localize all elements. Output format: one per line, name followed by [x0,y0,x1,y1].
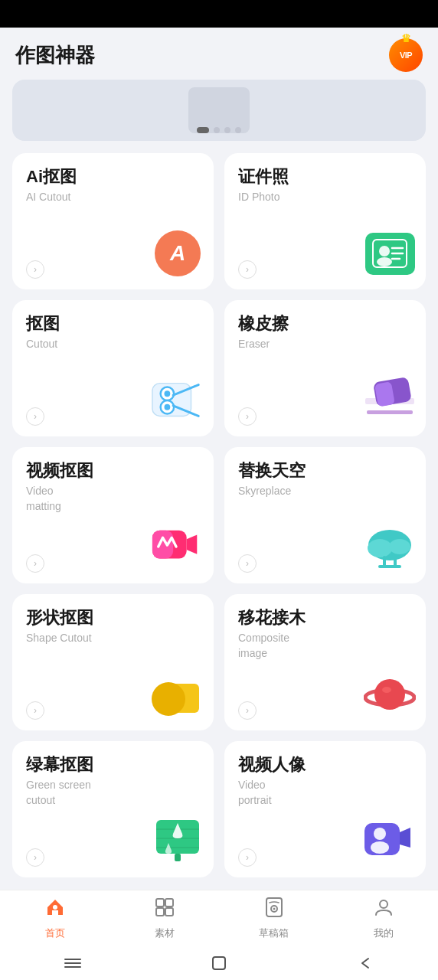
svg-point-11 [165,390,171,397]
card-green-screen-arrow[interactable]: › [26,848,44,867]
card-ai-cutout[interactable]: Ai抠图 AI Cutout › A [12,153,214,289]
nav-mine-label: 我的 [374,926,394,940]
card-id-photo-title-zh: 证件照 [238,167,413,187]
card-video-matting-title-en: Videomatting [26,484,201,514]
card-video-portrait-title-en: Videoportrait [238,778,413,808]
bottom-nav: 首页 素材 草稿箱 [0,890,438,946]
svg-rect-24 [378,565,401,568]
card-composite-arrow[interactable]: › [238,701,257,720]
svg-point-28 [374,679,405,710]
card-eraser[interactable]: 橡皮擦 Eraser › [224,300,426,436]
banner-graphic [188,87,250,133]
card-id-photo[interactable]: 证件照 ID Photo › [224,153,426,289]
card-composite[interactable]: 移花接木 Compositeimage › [224,594,426,730]
card-skyreplace-title-zh: 替换天空 [238,461,413,481]
app-title: 作图神器 [15,42,95,69]
home-icon [44,897,66,923]
svg-rect-39 [156,899,164,906]
svg-point-37 [371,841,389,854]
header: 作图神器 VIP [0,28,438,80]
card-ai-cutout-arrow[interactable]: › [26,260,44,279]
nav-materials[interactable]: 素材 [110,897,219,940]
mine-icon [373,897,394,923]
svg-point-20 [368,539,392,557]
home-system-button[interactable] [210,954,228,972]
svg-point-12 [165,404,171,410]
card-eraser-title-zh: 橡皮擦 [238,314,413,334]
nav-drafts-label: 草稿箱 [259,926,289,940]
dot-4 [235,127,241,133]
dot-2 [214,127,220,133]
skyreplace-icon [363,521,417,574]
svg-rect-42 [165,908,173,916]
id-photo-icon [363,227,417,280]
svg-point-38 [53,905,57,910]
svg-point-29 [382,687,391,693]
ai-cutout-icon-graphic: A [155,230,201,276]
svg-point-46 [380,900,387,908]
card-eraser-arrow[interactable]: › [238,407,257,426]
card-composite-title-zh: 移花接木 [238,608,413,628]
card-green-screen-text: 绿幕抠图 Green screencutout [26,755,201,808]
card-shape-cutout-title-zh: 形状抠图 [26,608,201,628]
card-video-matting-title-zh: 视频抠图 [26,461,201,481]
nav-drafts[interactable]: 草稿箱 [219,897,328,940]
menu-button[interactable] [64,954,82,972]
svg-rect-40 [165,899,173,906]
svg-rect-22 [383,556,386,567]
card-cutout-title-en: Cutout [26,337,201,351]
svg-point-26 [152,682,185,716]
nav-mine[interactable]: 我的 [328,897,438,940]
card-id-photo-text: 证件照 ID Photo [238,167,413,204]
nav-home[interactable]: 首页 [0,897,110,940]
feature-grid: Ai抠图 AI Cutout › A 证件照 ID Photo › [0,153,438,877]
card-cutout-arrow[interactable]: › [26,407,44,426]
card-video-matting[interactable]: 视频抠图 Videomatting › [12,447,214,583]
banner-dots [197,127,241,133]
shape-cutout-icon [151,668,204,721]
card-shape-cutout-title-en: Shape Cutout [26,631,201,645]
card-green-screen[interactable]: 绿幕抠图 Green screencutout › [12,741,214,877]
card-cutout-title-zh: 抠图 [26,314,201,334]
card-eraser-title-en: Eraser [238,337,413,351]
composite-icon [363,668,417,721]
system-bar [0,946,438,980]
card-video-portrait-title-zh: 视频人像 [238,755,413,775]
card-green-screen-title-zh: 绿幕抠图 [26,755,201,775]
nav-materials-label: 素材 [155,926,175,940]
card-shape-cutout-arrow[interactable]: › [26,701,44,720]
card-eraser-text: 橡皮擦 Eraser [238,314,413,351]
card-video-matting-text: 视频抠图 Videomatting [26,461,201,514]
svg-rect-34 [175,854,181,861]
card-video-matting-arrow[interactable]: › [26,554,44,573]
dot-1 [197,127,209,133]
video-matting-icon [151,521,204,574]
dot-3 [224,127,230,133]
svg-rect-18 [152,531,173,559]
svg-rect-50 [213,957,225,969]
card-id-photo-title-en: ID Photo [238,190,413,204]
card-cutout[interactable]: 抠图 Cutout › [12,300,214,436]
banner [12,80,426,141]
id-photo-icon-graphic [365,233,415,275]
back-button[interactable] [356,954,374,972]
nav-home-label: 首页 [45,926,65,940]
svg-point-2 [377,257,392,266]
card-skyreplace[interactable]: 替换天空 Skyreplace › [224,447,426,583]
card-green-screen-title-en: Green screencutout [26,778,201,808]
card-video-portrait[interactable]: 视频人像 Videoportrait › [224,741,426,877]
card-ai-cutout-text: Ai抠图 AI Cutout [26,167,201,204]
card-video-portrait-text: 视频人像 Videoportrait [238,755,413,808]
vip-button[interactable]: VIP [389,38,423,72]
card-cutout-text: 抠图 Cutout [26,314,201,351]
card-video-portrait-arrow[interactable]: › [238,848,257,867]
status-bar [0,0,438,28]
card-ai-cutout-title-en: AI Cutout [26,190,201,204]
card-skyreplace-arrow[interactable]: › [238,554,257,573]
video-portrait-icon [363,815,417,868]
card-shape-cutout[interactable]: 形状抠图 Shape Cutout › [12,594,214,730]
cutout-icon [151,374,204,427]
card-id-photo-arrow[interactable]: › [238,260,257,279]
materials-icon [154,897,175,923]
svg-point-21 [389,539,410,554]
